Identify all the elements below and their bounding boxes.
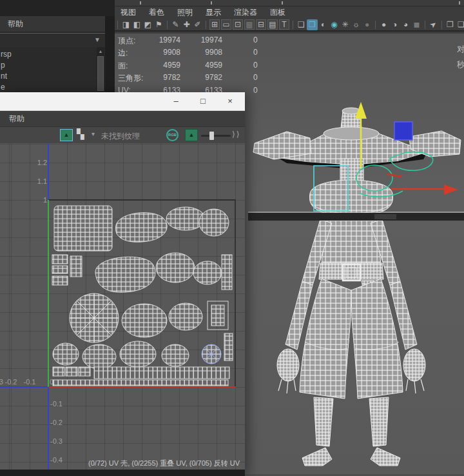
image-range-button[interactable]: ▲ [185,129,198,141]
toolbar-separator [167,21,168,29]
stats-component: 0 [253,35,258,45]
image-plane-icon[interactable]: ▤ [267,19,278,30]
default-light-icon[interactable]: ☼ [351,19,362,30]
select-tool-icon[interactable]: ➤ [426,17,441,32]
close-button[interactable]: × [219,92,241,111]
uv-shell-row-middle[interactable] [70,293,228,342]
character-model-wireframe[interactable] [248,97,464,476]
manipulator-x-axis[interactable] [391,184,458,195]
motion-blur-icon[interactable]: ◑ [389,19,400,30]
menu-help[interactable]: 帮助 [9,114,24,123]
grid-label: -0.3 [50,437,63,445]
uv-shell-row-second[interactable] [52,253,232,292]
stats-row-edges: 边: 9908 9908 0 [113,46,280,59]
stats-component: 0 [253,73,258,82]
toolbar-separator [375,21,376,29]
menu-help[interactable]: 帮助 [8,19,23,28]
isolate-add-icon[interactable]: ❏ [456,19,464,30]
shaded-mode-icon[interactable]: ❒ [307,19,318,30]
shadows-icon[interactable]: ● [362,19,372,30]
scrollbar[interactable]: ▲ [97,47,104,92]
left-panel-menubar: 帮助 [0,16,105,32]
grid-label: -0.1 [50,400,63,408]
camera-list: rsp p nt e ▲ [0,47,105,92]
uv-shell-row-lower[interactable] [53,333,233,369]
scrollbar-thumb[interactable] [97,56,104,91]
uv-shells[interactable] [49,201,235,387]
minimize-button[interactable]: – [165,92,187,111]
grid-axis-horizontal [0,386,48,388]
character-legs[interactable] [302,397,400,466]
wireframe-on-shaded-icon[interactable]: ✳ [340,19,351,30]
stats-component: 0 [253,61,258,70]
stats-total: 4959 [132,61,180,70]
exposure-slider[interactable] [201,135,231,137]
panel-edge-gap [105,16,115,92]
shelf-tick [282,1,283,5]
checker-pattern-icon[interactable]: ▚ [77,128,84,140]
camera-pan-icon[interactable]: ◨ [121,19,131,30]
uv-shell-row-top[interactable] [54,206,229,251]
bookmark-icon[interactable]: ⚑ [153,19,164,30]
camera-combobox[interactable]: ▼ [0,33,105,47]
toolbar-separator [293,21,293,29]
stats-label: 面: [118,61,128,72]
rgb-channel-button[interactable]: RGB [166,129,179,141]
uv-canvas[interactable]: 1.2 1.1 1 -0.1 -0.2 -0.3 -0.4 -0.3 -0.2 … [0,143,245,470]
stats-selected: 9908 [174,48,222,57]
frame-arrows-icon[interactable]: ⟩⟩ [232,130,240,139]
camera-orbit-icon[interactable]: ◩ [142,19,153,30]
dof-icon[interactable]: ◼ [411,19,422,30]
list-item-side[interactable]: e [1,82,5,92]
grid-label: -0.4 [50,456,63,464]
manipulator-plane-handle[interactable] [394,122,412,140]
menu-shading[interactable]: 着色 [142,7,171,18]
character-pants[interactable] [300,279,403,399]
stats-total: 9908 [132,48,180,57]
list-item-front[interactable]: nt [1,71,7,81]
uv-editor-window: – □ × 帮助 ▲ ▚ ▾ 未找到纹理 RGB ▲ ⟩⟩ 1.2 1.1 [0,92,245,476]
move-pivot-icon[interactable]: ✚ [181,19,192,30]
display-image-button[interactable]: ▲ [60,129,73,141]
stats-total: 9782 [132,73,180,82]
uv-editor-toolbar: ▲ ▚ ▾ 未找到纹理 RGB ▲ ⟩⟩ [0,126,245,143]
menu-view[interactable]: 视图 [114,7,142,18]
pencil-tool-icon[interactable]: ✎ [170,19,181,30]
sword-bar[interactable] [248,212,464,221]
camera-roll-icon[interactable]: ◧ [131,19,142,30]
menu-renderer[interactable]: 渲染器 [227,7,264,18]
menu-panels[interactable]: 面板 [264,7,292,18]
hud-text-icon[interactable]: T [279,19,289,30]
selection-accent [387,174,401,177]
left-clipped-panel: 帮助 ▼ rsp p nt e ▲ [0,0,115,92]
antialias-icon[interactable]: ◕ [400,19,411,30]
stats-selected: 9782 [174,73,222,82]
uv-shell-row-bottom[interactable] [53,367,229,386]
menu-show[interactable]: 显示 [199,7,227,18]
menu-lighting[interactable]: 照明 [171,7,199,18]
gate-mask-icon[interactable]: ▩ [244,19,255,30]
pen-tool-icon[interactable]: ✐ [192,19,203,30]
grid-display-icon[interactable]: ⊞ [209,19,220,30]
material-ball-icon[interactable]: ◐ [318,19,329,30]
ao-icon[interactable]: ● [378,19,389,30]
field-chart-icon[interactable]: ⊟ [256,19,266,30]
maximize-button[interactable]: □ [192,92,214,111]
scroll-up-icon[interactable]: ▲ [97,47,104,55]
grid-label: -0.1 [23,378,37,386]
shelf-tick [140,1,141,5]
list-item-persp[interactable]: rsp [1,49,12,59]
isolate-select-icon[interactable]: ❐ [445,19,456,30]
film-gate-icon[interactable]: ▭ [221,19,231,30]
list-item-top[interactable]: p [1,60,5,70]
textured-mode-icon[interactable]: ◉ [329,19,340,30]
exposure-slider-thumb[interactable] [209,132,214,140]
stats-component: 0 [253,48,258,57]
chevron-down-icon[interactable]: ▾ [92,130,95,137]
wireframe-mode-icon[interactable]: ❑ [296,19,307,30]
resolution-gate-icon[interactable]: ⊡ [233,19,243,30]
uv-editor-titlebar[interactable]: – □ × [0,92,245,111]
stats-component: 0 [253,86,258,95]
toolbar-separator [206,21,206,29]
grid-label: 1.1 [26,177,47,185]
